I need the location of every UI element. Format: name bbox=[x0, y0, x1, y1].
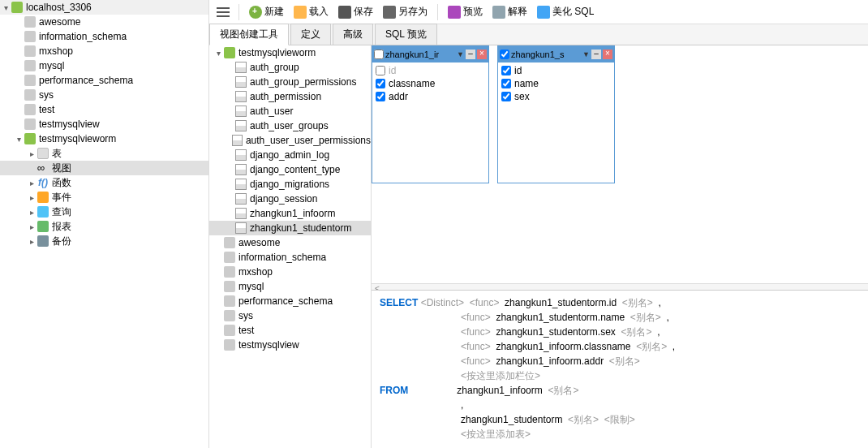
chevron-down-icon[interactable]: ▾ bbox=[0, 3, 11, 12]
mid-table-item[interactable]: auth_user_user_permissions bbox=[209, 133, 371, 148]
table-box-studentorm[interactable]: zhangkun1_s ▼ – × id name sex bbox=[497, 45, 615, 183]
backups-node[interactable]: ▸备份 bbox=[0, 234, 208, 248]
dropdown-icon[interactable]: ▼ bbox=[457, 50, 464, 58]
field-row[interactable]: sex bbox=[500, 90, 612, 103]
connection-tree[interactable]: ▾ localhost_3306 awesome information_sch… bbox=[0, 0, 209, 448]
connection-node[interactable]: ▾ localhost_3306 bbox=[0, 0, 208, 15]
db-node[interactable]: information_schema bbox=[0, 29, 208, 44]
new-icon bbox=[249, 6, 262, 19]
mid-table-item[interactable]: zhangkun1_infoorm bbox=[209, 206, 371, 221]
mid-table-item[interactable]: django_content_type bbox=[209, 162, 371, 177]
mid-table-item[interactable]: auth_user bbox=[209, 104, 371, 118]
field-checkbox[interactable] bbox=[501, 66, 511, 75]
chevron-icon[interactable]: ▸ bbox=[26, 208, 37, 217]
events-node[interactable]: ▸事件 bbox=[0, 190, 208, 205]
mid-db-node[interactable]: ▾ testmysqlvieworm bbox=[209, 45, 371, 60]
mid-db-item[interactable]: mxshop bbox=[209, 265, 371, 279]
tab-view-builder[interactable]: 视图创建工具 bbox=[209, 24, 289, 45]
function-icon: f() bbox=[37, 177, 49, 188]
mid-table-item[interactable]: auth_group bbox=[209, 60, 371, 75]
db-node[interactable]: awesome bbox=[0, 15, 208, 29]
db-node[interactable]: mxshop bbox=[0, 44, 208, 58]
sql-panel[interactable]: SELECT <Distinct> <func> zhangkun1_stude… bbox=[372, 290, 868, 448]
table-icon bbox=[235, 120, 247, 131]
chevron-icon[interactable]: ▸ bbox=[26, 179, 37, 187]
db-node-active[interactable]: ▾ testmysqlvieworm bbox=[0, 131, 208, 146]
chevron-icon[interactable]: ▸ bbox=[26, 149, 37, 158]
mid-db-item[interactable]: testmysqlview bbox=[209, 338, 371, 352]
beautify-icon bbox=[537, 6, 550, 19]
db-node[interactable]: performance_schema bbox=[0, 73, 208, 88]
select-all-checkbox[interactable] bbox=[374, 50, 384, 59]
table-box-header[interactable]: zhangkun1_s ▼ – × bbox=[498, 46, 614, 62]
mid-db-item[interactable]: performance_schema bbox=[209, 294, 371, 308]
dropdown-icon[interactable]: ▼ bbox=[582, 50, 590, 58]
chevron-icon[interactable]: ▸ bbox=[26, 222, 37, 231]
table-icon bbox=[37, 148, 49, 159]
db-node[interactable]: test bbox=[0, 102, 208, 117]
reports-node[interactable]: ▸报表 bbox=[0, 219, 208, 234]
close-icon[interactable]: × bbox=[477, 50, 487, 59]
mid-table-item[interactable]: django_migrations bbox=[209, 177, 371, 192]
mid-table-item[interactable]: auth_user_groups bbox=[209, 118, 371, 133]
preview-icon bbox=[448, 6, 461, 19]
mid-db-item[interactable]: awesome bbox=[209, 235, 371, 250]
tab-sql-preview[interactable]: SQL 预览 bbox=[375, 24, 437, 45]
table-box-infoorm[interactable]: zhangkun1_ir ▼ – × id classname addr bbox=[372, 45, 489, 183]
load-button[interactable]: 载入 bbox=[290, 3, 332, 20]
tab-definition[interactable]: 定义 bbox=[290, 24, 331, 45]
database-icon bbox=[24, 104, 36, 115]
load-icon bbox=[294, 6, 307, 19]
select-all-checkbox[interactable] bbox=[500, 50, 509, 59]
field-checkbox[interactable] bbox=[501, 92, 511, 101]
mid-table-item[interactable]: auth_permission bbox=[209, 89, 371, 104]
field-checkbox[interactable] bbox=[376, 92, 385, 101]
mid-table-item[interactable]: django_session bbox=[209, 192, 371, 206]
mid-db-item[interactable]: information_schema bbox=[209, 250, 371, 265]
functions-node[interactable]: ▸f()函数 bbox=[0, 175, 208, 190]
chevron-down-icon[interactable]: ▾ bbox=[13, 135, 24, 144]
saveas-button[interactable]: 另存为 bbox=[380, 3, 431, 20]
mid-table-item-selected[interactable]: zhangkun1_studentorm bbox=[209, 221, 371, 235]
views-node[interactable]: ∞视图 bbox=[0, 161, 208, 175]
mid-db-item[interactable]: sys bbox=[209, 308, 371, 323]
new-button[interactable]: 新建 bbox=[246, 3, 287, 20]
object-tree[interactable]: ▾ testmysqlvieworm auth_group auth_group… bbox=[209, 45, 372, 448]
splitter-handle[interactable]: < bbox=[372, 283, 868, 290]
mid-db-item[interactable]: mysql bbox=[209, 279, 371, 294]
field-checkbox[interactable] bbox=[376, 79, 385, 88]
field-row[interactable]: id bbox=[500, 64, 612, 77]
minimize-icon[interactable]: – bbox=[466, 50, 475, 59]
design-canvas[interactable]: zhangkun1_ir ▼ – × id classname addr bbox=[372, 45, 868, 283]
close-icon[interactable]: × bbox=[603, 50, 612, 59]
field-checkbox[interactable] bbox=[501, 79, 511, 88]
save-button[interactable]: 保存 bbox=[335, 3, 376, 20]
field-row[interactable]: addr bbox=[374, 90, 487, 103]
table-box-header[interactable]: zhangkun1_ir ▼ – × bbox=[372, 46, 488, 62]
minimize-icon[interactable]: – bbox=[591, 50, 601, 59]
tab-advanced[interactable]: 高级 bbox=[333, 24, 373, 45]
menu-icon[interactable] bbox=[214, 3, 232, 21]
field-row[interactable]: classname bbox=[374, 77, 487, 90]
db-node[interactable]: testmysqlview bbox=[0, 117, 208, 131]
mid-table-item[interactable]: auth_group_permissions bbox=[209, 75, 371, 89]
field-row[interactable]: id bbox=[374, 64, 487, 77]
save-icon bbox=[338, 6, 351, 19]
connection-label: localhost_3306 bbox=[26, 2, 92, 13]
preview-button[interactable]: 预览 bbox=[445, 3, 486, 20]
chevron-icon[interactable]: ▸ bbox=[26, 193, 37, 202]
backup-icon bbox=[37, 235, 49, 247]
chevron-icon[interactable]: ▸ bbox=[26, 237, 37, 246]
db-node[interactable]: mysql bbox=[0, 58, 208, 73]
explain-button[interactable]: 解释 bbox=[489, 3, 531, 20]
beautify-button[interactable]: 美化 SQL bbox=[534, 3, 597, 20]
field-checkbox[interactable] bbox=[376, 66, 385, 75]
mid-table-item[interactable]: django_admin_log bbox=[209, 148, 371, 162]
queries-node[interactable]: ▸查询 bbox=[0, 205, 208, 219]
tables-node[interactable]: ▸表 bbox=[0, 146, 208, 161]
db-node[interactable]: sys bbox=[0, 88, 208, 102]
field-row[interactable]: name bbox=[500, 77, 612, 90]
chevron-down-icon[interactable]: ▾ bbox=[213, 49, 224, 58]
toolbar: 新建 载入 保存 另存为 预览 解释 美化 SQL bbox=[209, 0, 868, 24]
mid-db-item[interactable]: test bbox=[209, 323, 371, 338]
